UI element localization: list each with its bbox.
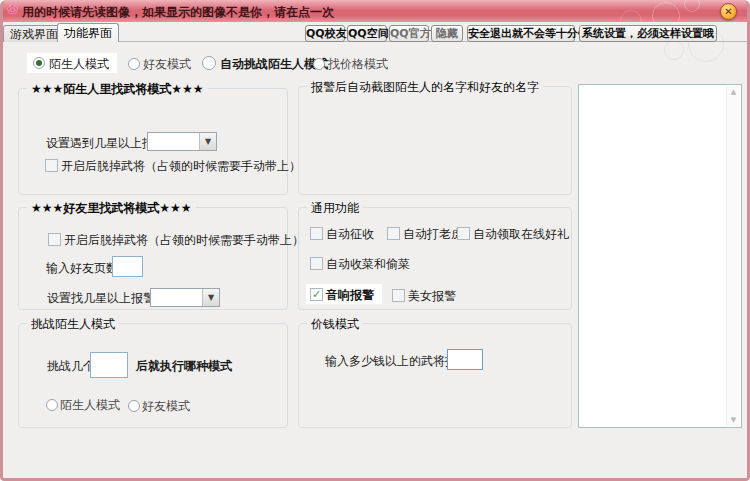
combobox-dropdown-button[interactable]: ▼: [199, 133, 216, 150]
titlebar-ornament: [620, 10, 642, 22]
common-functions-group-title: 通用功能: [307, 200, 363, 217]
titlebar: ✿ 用的时候请先读图像，如果显示的图像不是你，请在点一次 ✕: [0, 0, 750, 22]
tab-game[interactable]: 游戏界面: [3, 25, 65, 42]
auto-gift-checkbox[interactable]: [457, 227, 470, 240]
radio-friend-mode-label: 好友模式: [143, 57, 191, 71]
auto-farm-checkbox-label: 自动收菜和偷菜: [326, 257, 410, 271]
price-mode-group: 价钱模式: [298, 323, 572, 428]
safe-exit-button[interactable]: 安全退出就不会等十分钟: [467, 25, 575, 42]
challenge-radio-friend[interactable]: [128, 400, 140, 412]
screenshot-group: 报警后自动截图陌生人的名字和好友的名字: [298, 86, 572, 195]
combobox-dropdown-button[interactable]: ▼: [202, 289, 219, 306]
screenshot-group-title: 报警后自动截图陌生人的名字和好友的名字: [307, 79, 543, 96]
radio-stranger-mode-label: 陌生人模式: [49, 57, 109, 71]
hide-button[interactable]: 隐藏: [431, 25, 463, 42]
friend-strip-general-checkbox-label: 开启后脱掉武将（占领的时候需要手动带上）: [64, 233, 304, 247]
qq-official-button[interactable]: QQ官方: [389, 25, 429, 42]
price-alert-input[interactable]: [447, 349, 483, 370]
sound-alert-checkbox[interactable]: ✓: [310, 288, 323, 301]
radio-dot: [36, 60, 42, 66]
price-mode-group-title: 价钱模式: [307, 316, 363, 333]
close-button[interactable]: ✕: [720, 3, 737, 20]
auto-tiger-checkbox-label: 自动打老虎: [403, 227, 463, 241]
chevron-down-icon: ▼: [200, 133, 216, 150]
friend-strip-general-checkbox[interactable]: [48, 233, 61, 246]
titlebar-ornament: [684, 0, 700, 12]
scroll-down-icon[interactable]: ▼: [727, 414, 740, 426]
auto-farm-checkbox[interactable]: [310, 257, 323, 270]
radio-friend-mode[interactable]: [128, 58, 140, 70]
challenge-after-label: 后就执行哪种模式: [136, 359, 232, 373]
system-settings-button[interactable]: 系统设置，必须这样设置哦: [579, 25, 717, 42]
beauty-alert-checkbox-label: 美女报警: [408, 289, 456, 303]
auto-tax-checkbox[interactable]: [310, 227, 323, 240]
beauty-alert-checkbox[interactable]: [392, 289, 405, 302]
qq-zone-button[interactable]: QQ空间: [347, 25, 387, 42]
auto-gift-checkbox-label: 自动领取在线好礼: [473, 227, 569, 241]
radio-auto-challenge-mode-label: 自动挑战陌生人模式: [220, 57, 328, 71]
titlebar-ornament: [652, 2, 680, 22]
tab-function[interactable]: 功能界面: [57, 23, 119, 42]
sound-alert-checkbox-label: 音响报警: [326, 288, 374, 302]
challenge-radio-friend-label: 好友模式: [142, 399, 190, 413]
friend-pages-input[interactable]: [112, 256, 143, 277]
stranger-hunt-group-title: ★★★陌生人里找武将模式★★★: [27, 81, 208, 98]
combobox-value: [151, 289, 203, 306]
star-alert-combobox[interactable]: ▼: [147, 132, 217, 151]
window-title: 用的时候请先读图像，如果显示的图像不是你，请在点一次: [22, 4, 334, 21]
friend-pages-label: 输入好友页数:: [46, 261, 122, 275]
radio-stranger-mode[interactable]: [33, 57, 45, 69]
friend-star-alert-combobox[interactable]: ▼: [150, 288, 220, 307]
app-window: ✿ 用的时候请先读图像，如果显示的图像不是你，请在点一次 ✕ 游戏界面 功能界面…: [0, 0, 750, 481]
strip-general-checkbox[interactable]: [45, 159, 58, 172]
qq-alumni-button[interactable]: QQ校友: [305, 25, 345, 42]
close-icon: ✕: [721, 4, 736, 19]
log-textarea[interactable]: ▲ ▼: [578, 84, 742, 428]
strip-general-checkbox-label: 开启后脱掉武将（占领的时候需要手动带上）: [61, 159, 301, 173]
challenge-radio-stranger-label: 陌生人模式: [60, 398, 120, 412]
friend-star-alert-label: 设置找几星以上报警:: [47, 291, 159, 305]
challenge-radio-stranger[interactable]: [46, 399, 58, 411]
background-ornament: [664, 40, 684, 60]
radio-price-mode-label: 找价格模式: [328, 57, 388, 71]
combobox-value: [148, 133, 200, 150]
challenge-count-input[interactable]: [90, 352, 128, 378]
radio-price-mode[interactable]: [313, 58, 325, 70]
friend-hunt-group-title: ★★★好友里找武将模式★★★: [27, 200, 196, 217]
scrollbar[interactable]: ▲ ▼: [726, 86, 740, 426]
radio-auto-challenge-mode[interactable]: [202, 56, 216, 70]
check-icon: ✓: [312, 288, 321, 301]
challenge-group-title: 挑战陌生人模式: [27, 316, 119, 333]
chevron-down-icon: ▼: [203, 289, 219, 306]
scroll-up-icon[interactable]: ▲: [727, 86, 740, 98]
auto-tiger-checkbox[interactable]: [387, 227, 400, 240]
auto-tax-checkbox-label: 自动征收: [326, 227, 374, 241]
flower-icon: ✿: [7, 2, 18, 17]
